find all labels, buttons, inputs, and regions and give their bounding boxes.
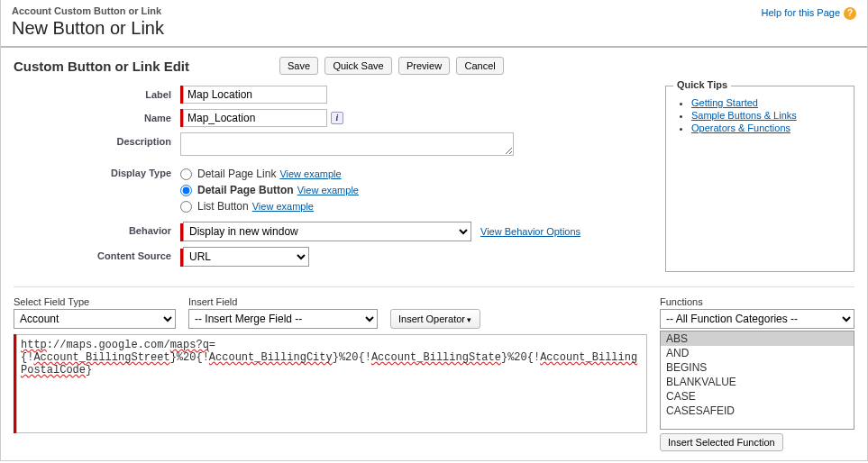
description-label: Description (14, 132, 180, 147)
content-source-select[interactable]: URL (183, 247, 309, 267)
insert-selected-function-button[interactable]: Insert Selected Function (660, 433, 783, 451)
function-category-select[interactable]: -- All Function Categories -- (660, 309, 854, 329)
section-title: Custom Button or Link Edit (14, 59, 189, 74)
page-title: New Button or Link (12, 18, 856, 39)
functions-list[interactable]: ABS AND BEGINS BLANKVALUE CASE CASESAFEI… (660, 331, 854, 430)
function-item[interactable]: ABS (661, 331, 854, 346)
label-input[interactable] (183, 86, 327, 104)
view-example-link[interactable]: View example (252, 201, 314, 212)
list-button-label: List Button (197, 200, 249, 213)
detail-page-link-radio[interactable] (180, 168, 192, 180)
view-behavior-options-link[interactable]: View Behavior Options (480, 226, 580, 237)
name-label: Name (14, 109, 180, 123)
help-icon: ? (844, 7, 856, 20)
behavior-label: Behavior (14, 222, 180, 236)
list-button-radio[interactable] (180, 201, 192, 213)
help-link[interactable]: Help for this Page? (762, 7, 856, 20)
formula-textarea[interactable]: http://maps.google.com/maps?q={!Account_… (16, 334, 647, 433)
quick-tips-box: Quick Tips Getting Started Sample Button… (665, 86, 854, 272)
content-source-label: Content Source (14, 247, 180, 261)
select-field-type[interactable]: Account (14, 309, 176, 329)
breadcrumb: Account Custom Button or Link (12, 5, 856, 16)
preview-button[interactable]: Preview (398, 57, 450, 75)
view-example-link[interactable]: View example (279, 168, 341, 179)
quick-save-button[interactable]: Quick Save (324, 57, 391, 75)
function-item[interactable]: AND (661, 346, 854, 360)
detail-page-button-radio[interactable] (180, 185, 192, 196)
functions-label: Functions (660, 296, 854, 307)
quick-tips-legend: Quick Tips (673, 79, 731, 90)
detail-page-button-label: Detail Page Button (197, 184, 294, 196)
function-item[interactable]: BEGINS (661, 360, 854, 375)
tip-item[interactable]: Sample Buttons & Links (691, 110, 845, 121)
name-input[interactable] (183, 109, 327, 127)
insert-field-label: Insert Field (188, 296, 378, 307)
function-item[interactable]: CASE (661, 389, 854, 404)
function-item[interactable]: BLANKVALUE (661, 375, 854, 389)
label-label: Label (14, 86, 180, 100)
insert-operator-button[interactable]: Insert Operator (390, 309, 480, 329)
save-button[interactable]: Save (279, 57, 318, 75)
tip-item[interactable]: Operators & Functions (691, 123, 845, 133)
tip-item[interactable]: Getting Started (691, 97, 845, 108)
select-field-type-label: Select Field Type (14, 296, 176, 307)
function-item[interactable]: CASESAFEID (661, 404, 854, 418)
detail-page-link-label: Detail Page Link (197, 168, 276, 180)
behavior-select[interactable]: Display in new window (183, 222, 471, 241)
info-icon[interactable]: i (331, 112, 343, 124)
insert-field-select[interactable]: -- Insert Merge Field -- (188, 309, 378, 329)
cancel-button[interactable]: Cancel (456, 57, 503, 75)
view-example-link[interactable]: View example (297, 185, 359, 195)
display-type-label: Display Type (14, 164, 180, 178)
description-input[interactable] (180, 132, 514, 156)
